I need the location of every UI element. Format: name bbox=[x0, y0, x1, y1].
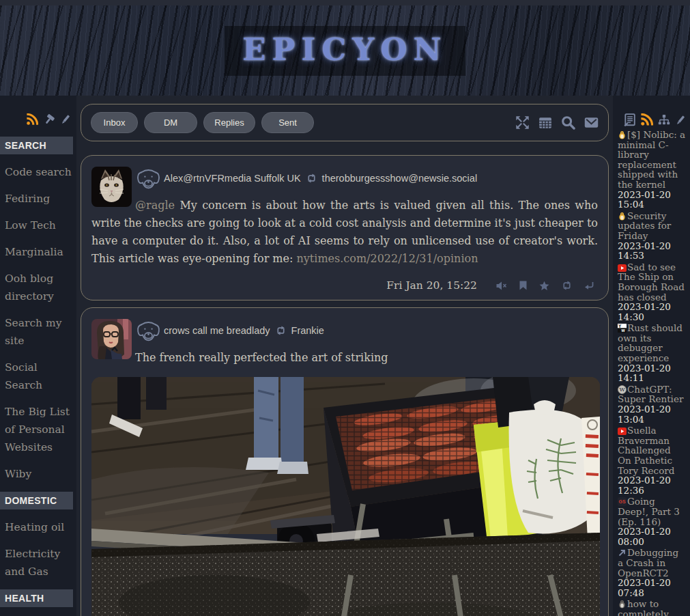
sidebar-link-social-search[interactable]: Social Search bbox=[5, 359, 74, 394]
post-text: The french really perfected the art of s… bbox=[135, 351, 388, 364]
penguin-favicon bbox=[618, 600, 627, 608]
newswire-link[interactable]: how to completely own an airline in 3 bbox=[618, 598, 685, 616]
newswire-link[interactable]: ChatGPT: Super Rentier bbox=[618, 384, 683, 405]
avatar[interactable] bbox=[91, 167, 132, 207]
newswire-doc-icon[interactable] bbox=[624, 113, 635, 126]
left-column-icons bbox=[0, 105, 76, 128]
sidebar-link-electricity-and-gas[interactable]: Electricity and Gas bbox=[5, 545, 74, 580]
section-header-domestic: DOMESTIC bbox=[0, 492, 73, 509]
timeline-header: Inbox DM Replies Sent bbox=[81, 104, 609, 141]
newswire-icons bbox=[618, 105, 686, 129]
mention-link[interactable]: @ragle bbox=[135, 199, 175, 212]
post-timestamp[interactable]: Fri Jan 20, 15:22 bbox=[386, 279, 477, 292]
tab-replies[interactable]: Replies bbox=[203, 112, 255, 133]
sidebar-link-code-search[interactable]: Code search bbox=[5, 163, 74, 181]
post-footer: Fri Jan 20, 15:22 bbox=[91, 279, 598, 292]
section-header-search: SEARCH bbox=[0, 137, 73, 154]
star-icon[interactable] bbox=[539, 281, 549, 291]
search-icon[interactable] bbox=[561, 115, 575, 130]
yw-favicon: Yw bbox=[618, 324, 627, 333]
newswire-item: Sad to see The Ship on Borough Road has … bbox=[618, 262, 686, 322]
sidebar-link-ooh-blog-directory[interactable]: Ooh blog directory bbox=[5, 270, 74, 305]
newswire-item: how to completely own an airline in 3 bbox=[618, 599, 686, 616]
post-author-handle[interactable]: crows call me breadlady bbox=[164, 325, 270, 336]
post-attached-image[interactable] bbox=[91, 377, 600, 616]
newswire-link[interactable]: Rust should own its debugger experience bbox=[618, 322, 682, 363]
newswire-link[interactable]: Debugging a Crash in OpenRCT2 bbox=[618, 547, 678, 578]
post-content: @ragle My concern is about how the arts … bbox=[91, 197, 598, 268]
reply-icon[interactable] bbox=[584, 281, 594, 290]
newswire-column: [$] Nolibc: a minimal C-library replacem… bbox=[613, 96, 690, 616]
tab-dm[interactable]: DM bbox=[144, 112, 197, 133]
repeat-icon[interactable] bbox=[561, 281, 573, 290]
newswire-item: Suella Braverman Challenged On Pathetic … bbox=[618, 425, 686, 495]
rss-icon[interactable] bbox=[640, 113, 653, 126]
timeline-header-icons bbox=[515, 115, 599, 130]
left-links-column: SEARCH Code search Fediring Low Tech Mar… bbox=[0, 96, 76, 616]
pencil-icon[interactable] bbox=[675, 114, 686, 126]
newswire-timestamp: 2023-01-20 07:48 bbox=[618, 578, 686, 598]
newswire-timestamp: 2023-01-20 15:04 bbox=[618, 190, 686, 210]
tree-icon[interactable] bbox=[658, 114, 670, 126]
newswire-timestamp: 2023-01-20 13:04 bbox=[618, 404, 686, 424]
sidebar-link-search-my-site[interactable]: Search my site bbox=[5, 314, 74, 350]
grid-icon[interactable] bbox=[538, 117, 552, 129]
expand-icon[interactable] bbox=[515, 115, 530, 130]
newswire-item: Debugging a Crash in OpenRCT2 2023-01-20… bbox=[618, 548, 686, 598]
newswire-timestamp: 2023-01-20 14:53 bbox=[618, 241, 686, 261]
newswire-link[interactable]: Sad to see The Ship on Borough Road has … bbox=[618, 262, 685, 303]
newswire-link[interactable]: [$] Nolibc: a minimal C-library replacem… bbox=[618, 129, 685, 190]
youtube-favicon bbox=[618, 428, 627, 435]
newswire-item: YwRust should own its debugger experienc… bbox=[618, 323, 686, 383]
sidebar-link-heating-oil[interactable]: Heating oil bbox=[5, 518, 74, 536]
profile-banner[interactable]: EPICYON bbox=[0, 5, 690, 96]
newswire-timestamp: 2023-01-20 08:00 bbox=[618, 527, 686, 546]
post-author-line: Alex@rtnVFRmedia Suffolk UK therobburges… bbox=[164, 173, 477, 184]
newswire-link[interactable]: Going Deep!, Part 3 (Ep. 116) bbox=[618, 496, 680, 527]
lwn-penguin-favicon bbox=[618, 130, 627, 139]
post-boosted-from-handle[interactable]: Frankie bbox=[291, 325, 324, 336]
post-author-line: crows call me breadlady Frankie bbox=[164, 325, 324, 336]
post-boosted-from-handle[interactable]: therobburgessshow@newsie.social bbox=[322, 173, 478, 184]
sidebar-link-marginalia[interactable]: Marginalia bbox=[5, 243, 74, 261]
timeline-post: Alex@rtnVFRmedia Suffolk UK therobburges… bbox=[81, 155, 609, 300]
timeline-post: crows call me breadlady Frankie The fren… bbox=[81, 307, 609, 616]
newswire-timestamp: 2023-01-20 14:11 bbox=[618, 363, 686, 383]
sidebar-link-wiby[interactable]: Wiby bbox=[5, 465, 74, 483]
rss-icon[interactable] bbox=[26, 113, 38, 126]
hammer-icon[interactable] bbox=[43, 113, 55, 126]
sidebar-link-fediring[interactable]: Fediring bbox=[5, 190, 74, 208]
post-external-link[interactable]: nytimes.com/2022/12/31/opinion bbox=[296, 252, 478, 265]
post-author-handle[interactable]: Alex@rtnVFRmedia Suffolk UK bbox=[164, 173, 301, 184]
mute-icon[interactable] bbox=[496, 281, 507, 290]
epicyon-dog-icon[interactable] bbox=[136, 167, 161, 191]
instance-title: EPICYON bbox=[225, 26, 465, 76]
post-header: Alex@rtnVFRmedia Suffolk UK therobburges… bbox=[135, 166, 598, 191]
mail-icon[interactable] bbox=[584, 117, 599, 128]
tab-inbox[interactable]: Inbox bbox=[91, 112, 138, 133]
lwn-penguin-favicon bbox=[618, 212, 627, 221]
avatar[interactable] bbox=[91, 319, 132, 359]
top-strip bbox=[0, 0, 690, 5]
newswire-timestamp: 2023-01-20 12:36 bbox=[618, 475, 686, 495]
boost-icon bbox=[306, 173, 317, 183]
newswire-timestamp: 2023-01-20 14:30 bbox=[618, 302, 686, 322]
wordpress-favicon: W bbox=[618, 385, 627, 394]
post-header: crows call me breadlady Frankie bbox=[135, 318, 598, 343]
newswire-item: GSGoing Deep!, Part 3 (Ep. 116) 2023-01-… bbox=[618, 496, 686, 546]
sidebar-link-big-list-personal-websites[interactable]: The Big List of Personal Websites bbox=[5, 403, 74, 456]
wordpress-glyph: W bbox=[619, 387, 625, 393]
pencil-icon[interactable] bbox=[60, 113, 71, 126]
newswire-item: Security updates for Friday 2023-01-20 1… bbox=[618, 211, 686, 261]
boost-icon bbox=[275, 326, 287, 335]
post-content: The french really perfected the art of s… bbox=[91, 349, 598, 367]
epicyon-dog-icon[interactable] bbox=[136, 319, 161, 343]
section-header-health: HEALTH bbox=[0, 589, 73, 607]
tab-sent[interactable]: Sent bbox=[261, 112, 314, 133]
newswire-item: WChatGPT: Super Rentier 2023-01-20 13:04 bbox=[618, 384, 686, 424]
sidebar-link-low-tech[interactable]: Low Tech bbox=[5, 216, 74, 234]
arrow-favicon bbox=[618, 548, 627, 557]
newswire-item: [$] Nolibc: a minimal C-library replacem… bbox=[618, 130, 686, 210]
page-body: SEARCH Code search Fediring Low Tech Mar… bbox=[0, 96, 690, 616]
bookmark-icon[interactable] bbox=[519, 281, 528, 290]
